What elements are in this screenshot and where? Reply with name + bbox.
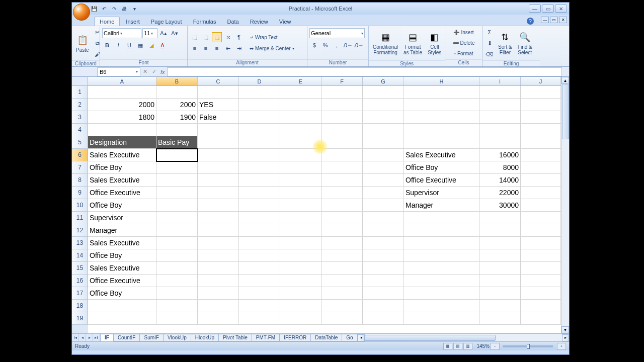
decrease-indent-icon[interactable]: ⇤ (223, 43, 233, 53)
cell-D2[interactable] (239, 99, 280, 111)
delete-cells-button[interactable]: ➖Delete (451, 38, 477, 48)
cell-H14[interactable] (404, 249, 479, 262)
cell-B15[interactable] (156, 262, 198, 275)
fx-icon[interactable]: fx (158, 69, 167, 75)
percent-format-icon[interactable]: % (320, 40, 331, 50)
cell-B13[interactable] (156, 237, 198, 249)
cell-I11[interactable] (479, 212, 521, 224)
cell-I17[interactable] (479, 287, 521, 300)
sheet-tab-pmt-fm[interactable]: PMT-FM (252, 334, 280, 341)
cell-E5[interactable] (280, 136, 321, 149)
cell-D1[interactable] (239, 86, 280, 99)
cell-D10[interactable] (239, 199, 280, 212)
column-header-E[interactable]: E (280, 77, 321, 85)
shrink-font-icon[interactable]: A▾ (170, 28, 180, 38)
cell-C5[interactable] (198, 136, 239, 149)
cell-C8[interactable] (198, 174, 239, 187)
wrap-text-button[interactable]: ⤶Wrap Text (248, 32, 296, 42)
cell-A4[interactable] (88, 124, 156, 136)
cell-C17[interactable] (198, 287, 239, 300)
zoom-level[interactable]: 145% (476, 343, 490, 349)
cell-D14[interactable] (239, 249, 280, 262)
qat-customize-icon[interactable]: ▾ (130, 5, 138, 13)
column-header-A[interactable]: A (88, 77, 156, 85)
cell-D7[interactable] (239, 161, 280, 174)
last-sheet-button[interactable]: ▸I (93, 334, 100, 341)
cell-I1[interactable] (479, 86, 521, 99)
cell-E12[interactable] (280, 224, 321, 237)
zoom-in-button[interactable]: + (557, 343, 566, 350)
cell-D3[interactable] (239, 111, 280, 124)
cell-G14[interactable] (363, 249, 404, 262)
cell-G12[interactable] (363, 224, 404, 237)
format-as-table-button[interactable]: ▤Format as Table (401, 27, 424, 59)
row-header-10[interactable]: 10 (72, 199, 88, 212)
row-header-7[interactable]: 7 (72, 161, 88, 174)
row-header-16[interactable]: 16 (72, 275, 88, 287)
cell-H4[interactable] (404, 124, 479, 136)
cell-G10[interactable] (363, 199, 404, 212)
doc-minimize-button[interactable]: — (541, 17, 549, 23)
row-header-1[interactable]: 1 (72, 86, 88, 99)
row-header-19[interactable]: 19 (72, 312, 88, 325)
autosum-icon[interactable]: Σ (485, 27, 495, 37)
tab-page-layout[interactable]: Page Layout (146, 17, 187, 26)
cell-I19[interactable] (479, 312, 521, 325)
cell-A3[interactable]: 1800 (88, 111, 156, 124)
cell-B17[interactable] (156, 287, 198, 300)
sheet-tab-hlookup[interactable]: HlookUp (191, 334, 219, 341)
column-header-F[interactable]: F (321, 77, 363, 85)
cell-E8[interactable] (280, 174, 321, 187)
cell-J10[interactable] (521, 199, 561, 212)
cell-B8[interactable] (156, 174, 198, 187)
number-format-combo[interactable]: General▾ (309, 28, 365, 38)
cell-G19[interactable] (363, 312, 404, 325)
column-header-H[interactable]: H (404, 77, 479, 85)
cell-J3[interactable] (521, 111, 561, 124)
cell-F19[interactable] (321, 312, 363, 325)
row-header-12[interactable]: 12 (72, 224, 88, 237)
cell-A18[interactable] (88, 300, 156, 312)
cell-G9[interactable] (363, 187, 404, 199)
cell-E15[interactable] (280, 262, 321, 275)
prev-sheet-button[interactable]: ◂ (79, 334, 86, 341)
cell-I3[interactable] (479, 111, 521, 124)
cell-E17[interactable] (280, 287, 321, 300)
sort-filter-button[interactable]: ⇅Sort & Filter (496, 27, 514, 59)
underline-button[interactable]: U (124, 40, 134, 50)
row-header-5[interactable]: 5 (72, 136, 88, 149)
grow-font-icon[interactable]: A▴ (158, 28, 169, 38)
align-center-icon[interactable]: ≡ (201, 43, 211, 53)
cell-I8[interactable]: 14000 (479, 174, 521, 187)
cell-A9[interactable]: Office Executive (88, 187, 156, 199)
tab-insert[interactable]: Insert (121, 17, 145, 26)
cell-D19[interactable] (239, 312, 280, 325)
cell-B4[interactable] (156, 124, 198, 136)
cell-G8[interactable] (363, 174, 404, 187)
sheet-tab-go[interactable]: Go (342, 334, 357, 341)
cell-F16[interactable] (321, 275, 363, 287)
cell-H2[interactable] (404, 99, 479, 111)
row-header-18[interactable]: 18 (72, 300, 88, 312)
row-header-13[interactable]: 13 (72, 237, 88, 249)
close-button[interactable]: ✕ (555, 5, 567, 13)
cell-D18[interactable] (239, 300, 280, 312)
cell-C3[interactable]: False (198, 111, 239, 124)
cell-F2[interactable] (321, 99, 363, 111)
vertical-scrollbar[interactable]: ▲ ▼ (561, 77, 569, 333)
cell-I7[interactable]: 8000 (479, 161, 521, 174)
tab-data[interactable]: Data (222, 17, 244, 26)
cell-F3[interactable] (321, 111, 363, 124)
cell-A11[interactable]: Supervisor (88, 212, 156, 224)
sheet-tab-countif[interactable]: CountIF (113, 334, 140, 341)
bold-button[interactable]: B (102, 40, 112, 50)
office-button[interactable] (73, 4, 90, 21)
cell-E11[interactable] (280, 212, 321, 224)
decrease-decimal-icon[interactable]: .0→ (354, 40, 364, 50)
cell-A13[interactable]: Sales Executive (88, 237, 156, 249)
align-right-icon[interactable]: ≡ (212, 43, 222, 53)
cell-C18[interactable] (198, 300, 239, 312)
cell-H11[interactable] (404, 212, 479, 224)
normal-view-button[interactable]: ▦ (443, 343, 452, 350)
select-all-button[interactable] (72, 77, 88, 86)
